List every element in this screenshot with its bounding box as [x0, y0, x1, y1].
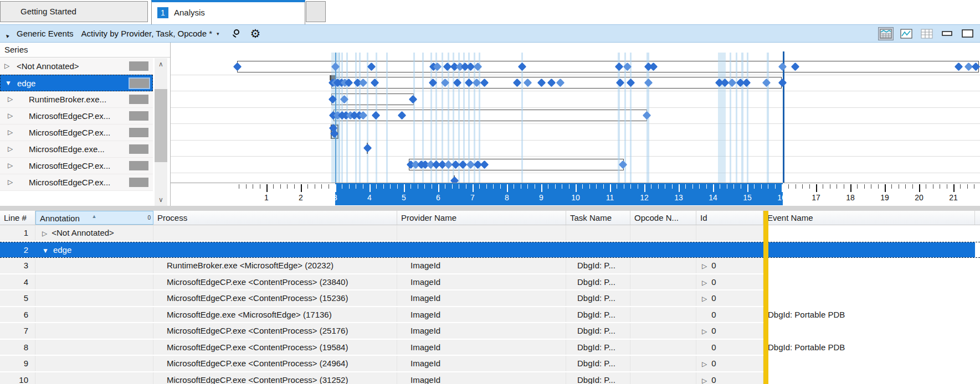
axis-tick — [335, 184, 336, 192]
column-header-task-name[interactable]: Task Name — [566, 211, 630, 225]
axis-tick — [823, 184, 823, 189]
minimize-icon — [942, 30, 953, 37]
expand-icon[interactable]: ▷ — [8, 174, 13, 190]
gear-icon[interactable]: ⚙ — [250, 28, 261, 39]
column-freeze-divider[interactable] — [763, 211, 768, 384]
cell-event-name — [763, 290, 975, 306]
analysis-count-badge: 1 — [157, 7, 168, 18]
column-header-process[interactable]: Process — [153, 211, 397, 225]
axis-tick-label: 16 — [771, 193, 793, 202]
series-scrollbar[interactable]: ∧ ∨ — [155, 58, 167, 206]
table-row-4[interactable]: 4MicrosoftEdgeCP.exe <ContentProcess> (2… — [0, 274, 980, 291]
cell-task-name: DbgId: P... — [566, 323, 630, 339]
series-row-microsoftedgecp-ex-[interactable]: ▷MicrosoftEdgeCP.ex... — [0, 108, 153, 124]
chart-only-view-button[interactable] — [899, 27, 914, 40]
series-row-microsoftedgecp-ex-[interactable]: ▷MicrosoftEdgeCP.ex... — [0, 124, 153, 141]
expand-icon[interactable]: ▷ — [702, 295, 707, 303]
panel-collapse-icon[interactable]: ▴ — [3, 28, 14, 39]
expand-icon[interactable]: ▷ — [702, 328, 707, 335]
expand-icon[interactable]: ▷ — [702, 262, 707, 270]
expand-icon[interactable]: ▷ — [702, 377, 707, 384]
table-row-1[interactable]: 1▷<Not Annotated> — [0, 225, 980, 242]
series-column-header[interactable]: Series — [0, 43, 170, 58]
expand-icon[interactable]: ▷ — [4, 58, 9, 74]
axis-tick — [816, 184, 817, 192]
chart-and-table-view-button[interactable] — [878, 27, 894, 40]
search-icon[interactable] — [232, 28, 243, 39]
table-row-5[interactable]: 5MicrosoftEdgeCP.exe <ContentProcess> (1… — [0, 290, 980, 307]
minimize-view-button[interactable] — [940, 27, 955, 40]
column-header-provider-name[interactable]: Provider Name — [397, 211, 566, 225]
cell-id: ▷0 — [696, 340, 763, 355]
cell-event-name — [763, 274, 975, 290]
column-header-line-[interactable]: Line # — [0, 211, 35, 225]
expand-icon[interactable]: ▷ — [8, 108, 13, 124]
expand-icon[interactable]: ▷ — [42, 230, 47, 237]
series-row--not-annotated-[interactable]: ▷<Not Annotated> — [0, 58, 153, 75]
collapse-icon[interactable]: ▼ — [5, 75, 12, 91]
tab-analysis[interactable]: 1 Analysis — [151, 0, 305, 24]
cell-id: ▷0 — [696, 307, 763, 323]
series-row-runtimebroker-exe-[interactable]: ▷RuntimeBroker.exe... — [0, 91, 153, 108]
axis-tick — [555, 184, 556, 189]
column-header-opcode-n-[interactable]: Opcode N... — [630, 211, 696, 225]
cell-process-text: MicrosoftEdgeCP.exe <ContentProcess> (23… — [167, 277, 348, 287]
expand-icon[interactable]: ▷ — [8, 141, 13, 157]
tab-stub[interactable] — [306, 1, 326, 22]
expand-icon[interactable]: ▷ — [8, 91, 13, 107]
table-row-2[interactable]: 2▼edge — [0, 242, 980, 258]
table-row-3[interactable]: 3RuntimeBroker.exe <MicrosoftEdge> (2023… — [0, 258, 980, 274]
expand-icon[interactable]: ▷ — [702, 360, 707, 368]
cell-task-name: DbgId: P... — [566, 274, 630, 290]
scroll-down-icon[interactable]: ∨ — [155, 194, 167, 206]
panel-splitter[interactable] — [0, 206, 980, 211]
series-row-microsoftedge-exe-[interactable]: ▷MicrosoftEdge.exe... — [0, 141, 153, 158]
time-axis-ruler[interactable]: 123456789101112131415161718192021 — [171, 183, 980, 205]
series-row-microsoftedgecp-ex-[interactable]: ▷MicrosoftEdgeCP.ex... — [0, 158, 153, 174]
axis-tick — [321, 184, 322, 189]
table-row-10[interactable]: 10MicrosoftEdgeCP.exe <ContentProcess> (… — [0, 372, 980, 384]
expand-icon[interactable]: ▷ — [8, 124, 13, 141]
events-table: Line #Annotation▲0ProcessProvider NameTa… — [0, 211, 980, 384]
expand-icon[interactable]: ▷ — [702, 279, 707, 287]
column-header-annotation[interactable]: Annotation▲0 — [35, 211, 153, 225]
chart-gridline — [171, 91, 980, 91]
table-row-6[interactable]: 6MicrosoftEdge.exe <MicrosoftEdge> (1713… — [0, 307, 980, 324]
column-header-id[interactable]: Id — [696, 211, 763, 225]
maximize-icon — [962, 29, 974, 38]
table-row-9[interactable]: 9MicrosoftEdgeCP.exe <ContentProcess> (2… — [0, 356, 980, 372]
chevron-down-icon[interactable]: ▾ — [217, 31, 219, 37]
axis-tick — [280, 184, 281, 189]
expand-icon[interactable]: ▷ — [8, 158, 13, 174]
table-only-view-button[interactable] — [919, 27, 935, 40]
axis-tick — [802, 184, 803, 189]
cell-line-number: 4 — [0, 274, 35, 290]
table-header-row: Line #Annotation▲0ProcessProvider NameTa… — [0, 211, 980, 225]
graph-preset-selector[interactable]: Activity by Provider, Task, Opcode * — [81, 29, 213, 38]
series-color-swatch — [129, 111, 148, 121]
series-row-edge[interactable]: ▼edge — [0, 75, 153, 91]
cell-line-number-text: 2 — [24, 245, 28, 255]
axis-tick — [727, 184, 727, 189]
timeline-chart-canvas[interactable]: 123456789101112131415161718192021 — [171, 43, 980, 206]
axis-tick — [307, 184, 308, 189]
series-row-microsoftedgecp-ex-[interactable]: ▷MicrosoftEdgeCP.ex... — [0, 174, 153, 191]
chart-gridline — [171, 140, 980, 141]
activity-bar — [237, 61, 979, 72]
axis-tick — [899, 184, 899, 189]
tab-getting-started[interactable]: Getting Started — [0, 1, 148, 22]
axis-tick — [596, 184, 597, 189]
cell-line-number: 5 — [0, 290, 35, 306]
collapse-icon[interactable]: ▼ — [42, 247, 49, 255]
series-scrollbar-thumb[interactable] — [155, 89, 167, 162]
cell-line-number-text: 8 — [24, 343, 28, 352]
axis-tick — [630, 184, 631, 189]
table-row-7[interactable]: 7MicrosoftEdgeCP.exe <ContentProcess> (2… — [0, 323, 980, 340]
cell-task-name: DbgId: P... — [566, 258, 630, 273]
column-header-event-name[interactable]: Event Name — [763, 211, 975, 225]
scroll-up-icon[interactable]: ∧ — [155, 58, 167, 70]
maximize-view-button[interactable] — [960, 27, 976, 40]
table-row-8[interactable]: 8MicrosoftEdgeCP.exe <ContentProcess> (1… — [0, 340, 980, 356]
series-color-swatch — [129, 144, 148, 154]
cell-opcode-name — [630, 356, 696, 371]
